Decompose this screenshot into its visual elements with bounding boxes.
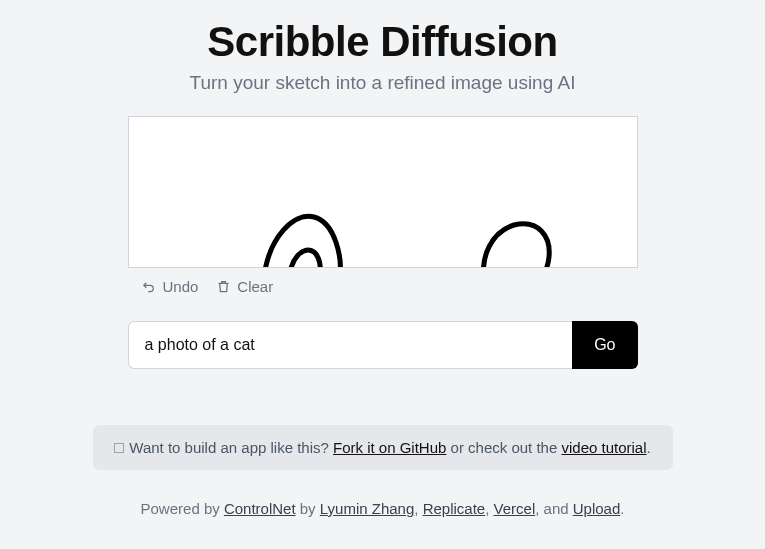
replicate-link[interactable]: Replicate	[423, 500, 486, 517]
page-subtitle: Turn your sketch into a refined image us…	[190, 72, 576, 94]
sketch-canvas[interactable]	[128, 116, 638, 268]
undo-label: Undo	[163, 278, 199, 295]
fork-github-link[interactable]: Fork it on GitHub	[333, 439, 446, 456]
cta-prefix: Want to build an app like this?	[129, 439, 333, 456]
prompt-input[interactable]	[128, 321, 573, 369]
cta-mid: or check out the	[446, 439, 561, 456]
vercel-link[interactable]: Vercel	[494, 500, 536, 517]
clear-label: Clear	[237, 278, 273, 295]
sketch-drawing	[129, 117, 638, 268]
controlnet-link[interactable]: ControlNet	[224, 500, 296, 517]
undo-icon	[142, 279, 157, 294]
rocket-icon	[114, 443, 124, 453]
page-title: Scribble Diffusion	[207, 18, 557, 66]
footer: Powered by ControlNet by Lyumin Zhang, R…	[141, 500, 625, 517]
footer-prefix: Powered by	[141, 500, 224, 517]
lyumin-zhang-link[interactable]: Lyumin Zhang	[320, 500, 415, 517]
cta-suffix: .	[647, 439, 651, 456]
trash-icon	[216, 279, 231, 294]
canvas-toolbar: Undo Clear	[128, 268, 638, 295]
go-button[interactable]: Go	[572, 321, 637, 369]
video-tutorial-link[interactable]: video tutorial	[561, 439, 646, 456]
undo-button[interactable]: Undo	[142, 278, 199, 295]
cta-banner: Want to build an app like this? Fork it …	[93, 425, 673, 470]
clear-button[interactable]: Clear	[216, 278, 273, 295]
upload-link[interactable]: Upload	[573, 500, 621, 517]
